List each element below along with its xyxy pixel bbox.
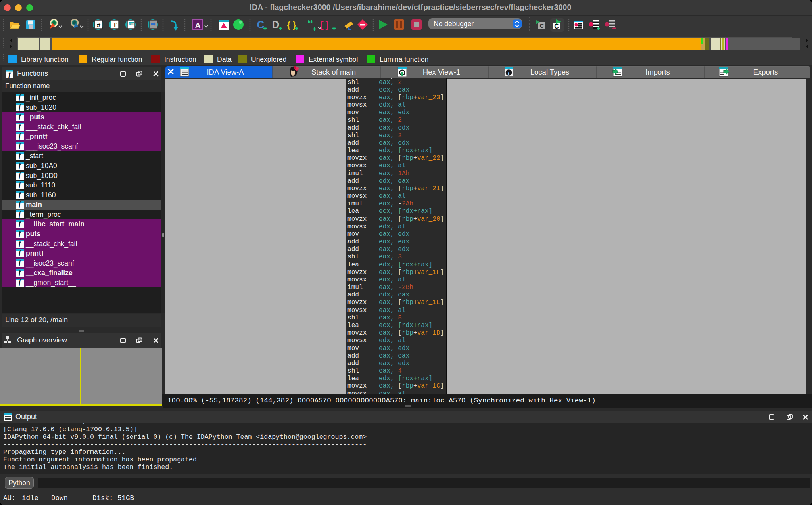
svg-text:Stack of main: Stack of main xyxy=(311,68,356,76)
svg-text:Hex View-1: Hex View-1 xyxy=(423,68,460,76)
svg-text:t: t xyxy=(508,70,510,76)
svg-text:IDA View-A: IDA View-A xyxy=(207,68,244,76)
svg-text:Exports: Exports xyxy=(753,68,778,76)
svg-text:Imports: Imports xyxy=(645,68,670,76)
svg-text:Local Types: Local Types xyxy=(530,68,569,76)
